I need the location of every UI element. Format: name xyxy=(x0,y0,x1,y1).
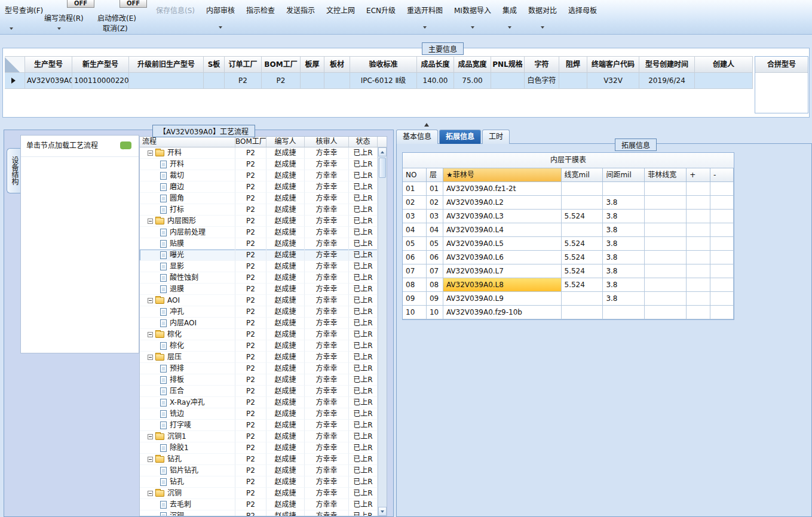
writer-cell[interactable]: 赵成捷 xyxy=(266,272,305,284)
line-width-cell[interactable]: 5.524 xyxy=(562,278,603,292)
status-cell[interactable]: 已上R xyxy=(349,454,378,465)
bom-factory-cell[interactable]: P2 xyxy=(235,204,266,216)
write-flow-button[interactable]: 编写流程(R) xyxy=(44,13,84,23)
reviewer-cell[interactable]: 方幸幸 xyxy=(305,306,349,318)
gap-cell[interactable]: 3.8 xyxy=(603,264,645,278)
flow-step-cell[interactable]: 钻孔 xyxy=(140,476,235,488)
plus-cell[interactable] xyxy=(687,251,710,264)
writer-cell[interactable]: 赵成捷 xyxy=(266,250,305,261)
line-width-cell[interactable] xyxy=(562,223,603,237)
plus-cell[interactable] xyxy=(687,278,710,292)
status-cell[interactable]: 已上R xyxy=(349,476,378,488)
flow-step-cell[interactable]: 裁切 xyxy=(140,170,235,181)
flow-tree-row[interactable]: 棕化 P2 赵成捷 方幸幸 已上R xyxy=(140,340,387,352)
minus-cell[interactable] xyxy=(710,264,734,278)
minus-cell[interactable] xyxy=(710,251,734,264)
dropdown-caret-icon[interactable] xyxy=(219,26,222,29)
reviewer-cell[interactable]: 方幸幸 xyxy=(305,352,349,363)
film-number-cell[interactable]: AV32V039A0.L9 xyxy=(443,292,562,306)
bom-factory-cell[interactable]: P2 xyxy=(235,352,266,363)
film-line-width-cell[interactable] xyxy=(645,223,687,237)
flow-step-cell[interactable]: 钻孔 xyxy=(140,454,235,465)
gap-cell[interactable]: 3.8 xyxy=(603,292,645,306)
reviewer-cell[interactable]: 方幸幸 xyxy=(305,397,349,408)
main-info-cell[interactable] xyxy=(204,73,225,89)
no-cell[interactable]: 04 xyxy=(403,223,427,237)
film-table-row[interactable]: 09 09 AV32V039A0.L9 3.8 xyxy=(403,292,734,306)
no-cell[interactable]: 06 xyxy=(403,251,427,264)
film-column-header[interactable]: - xyxy=(710,168,734,182)
flow-step-cell[interactable]: 铝片钻孔 xyxy=(140,465,235,476)
status-cell[interactable]: 已上R xyxy=(349,250,378,261)
status-cell[interactable]: 已上R xyxy=(349,295,378,306)
row-selector[interactable] xyxy=(5,73,25,89)
bom-factory-cell[interactable]: P2 xyxy=(235,397,266,408)
film-line-width-cell[interactable] xyxy=(645,210,687,223)
main-info-cell[interactable] xyxy=(129,73,204,89)
status-cell[interactable]: 已上R xyxy=(349,159,378,170)
writer-cell[interactable]: 赵成捷 xyxy=(266,329,305,340)
main-info-cell[interactable]: AV32V039A0 xyxy=(25,73,72,89)
minus-cell[interactable] xyxy=(710,237,734,251)
column-header[interactable]: 升级前旧生产型号 xyxy=(129,56,204,73)
flow-tree-row[interactable]: 冲孔 P2 赵成捷 方幸幸 已上R xyxy=(140,306,387,318)
line-width-cell[interactable]: 5.524 xyxy=(562,251,603,264)
flow-step-cell[interactable]: 曝光 xyxy=(140,250,235,261)
collapse-icon[interactable] xyxy=(148,219,153,224)
status-cell[interactable]: 已上R xyxy=(349,420,378,431)
scroll-up-icon[interactable] xyxy=(378,147,387,156)
film-number-cell[interactable]: AV32V039A0.fz1-2t xyxy=(443,182,562,196)
writer-cell[interactable]: 赵成捷 xyxy=(266,284,305,295)
flow-step-cell[interactable]: 内层AOI xyxy=(140,318,235,329)
film-table-row[interactable]: 02 02 AV32V039A0.L2 3.8 xyxy=(403,196,734,210)
bom-factory-cell[interactable]: P2 xyxy=(235,499,266,510)
main-info-cell[interactable] xyxy=(491,73,525,89)
flow-tree-row[interactable]: 除胶1 P2 赵成捷 方幸幸 已上R xyxy=(140,442,387,454)
reviewer-cell[interactable]: 方幸幸 xyxy=(305,465,349,476)
reviewer-cell[interactable]: 方幸幸 xyxy=(305,499,349,510)
flow-tree-row[interactable]: 沉铜 P2 赵成捷 方幸幸 已上R xyxy=(140,510,387,516)
film-number-cell[interactable]: AV32V039A0.fz9-10b xyxy=(443,306,562,319)
line-width-cell[interactable] xyxy=(562,292,603,306)
bom-factory-cell[interactable]: P2 xyxy=(235,250,266,261)
main-info-data-row[interactable]: AV32V039A0 10011000022089 P2 P2 IPC-6012… xyxy=(5,73,753,89)
flow-step-cell[interactable]: 压合 xyxy=(140,386,235,397)
flow-tree-row[interactable]: 磨边 P2 赵成捷 方幸幸 已上R xyxy=(140,181,387,193)
flow-step-cell[interactable]: 打标 xyxy=(140,204,235,216)
no-cell[interactable]: 07 xyxy=(403,264,427,278)
dropdown-caret-icon[interactable] xyxy=(423,26,427,29)
flow-column-header[interactable]: BOM工厂 xyxy=(235,137,266,147)
bom-factory-cell[interactable]: P2 xyxy=(235,295,266,306)
plus-cell[interactable] xyxy=(687,210,710,223)
film-number-cell[interactable]: AV32V039A0.L3 xyxy=(443,210,562,223)
status-cell[interactable]: 已上R xyxy=(349,329,378,340)
line-width-cell[interactable] xyxy=(562,306,603,319)
flow-tree-row[interactable]: 裁切 P2 赵成捷 方幸幸 已上R xyxy=(140,170,387,181)
bom-factory-cell[interactable]: P2 xyxy=(235,147,266,159)
reviewer-cell[interactable]: 方幸幸 xyxy=(305,181,349,193)
reviewer-cell[interactable]: 方幸幸 xyxy=(305,272,349,284)
bom-factory-cell[interactable]: P2 xyxy=(235,227,266,238)
line-width-cell[interactable] xyxy=(562,182,603,196)
flow-step-cell[interactable]: 排板 xyxy=(140,374,235,386)
flow-tree-row[interactable]: 开料 P2 赵成捷 方幸幸 已上R xyxy=(140,147,387,159)
collapse-icon[interactable] xyxy=(148,150,153,156)
line-width-cell[interactable] xyxy=(562,196,603,210)
collapse-icon[interactable] xyxy=(148,298,153,303)
writer-cell[interactable]: 赵成捷 xyxy=(266,216,305,227)
flow-step-cell[interactable]: 退膜 xyxy=(140,284,235,295)
status-cell[interactable]: 已上R xyxy=(349,318,378,329)
flow-tree-row[interactable]: X-Ray冲孔 P2 赵成捷 方幸幸 已上R xyxy=(140,397,387,408)
flow-step-cell[interactable]: 冲孔 xyxy=(140,306,235,318)
writer-cell[interactable]: 赵成捷 xyxy=(266,386,305,397)
film-line-width-cell[interactable] xyxy=(645,306,687,319)
flow-step-cell[interactable]: 沉铜1 xyxy=(140,431,235,442)
flow-tree-row[interactable]: 棕化 P2 赵成捷 方幸幸 已上R xyxy=(140,329,387,340)
writer-cell[interactable]: 赵成捷 xyxy=(266,374,305,386)
status-cell[interactable]: 已上R xyxy=(349,465,378,476)
bom-factory-cell[interactable]: P2 xyxy=(235,488,266,499)
cancel-button[interactable]: 取消(Z) xyxy=(103,23,128,33)
bom-factory-cell[interactable]: P2 xyxy=(235,420,266,431)
reviewer-cell[interactable]: 方幸幸 xyxy=(305,261,349,272)
main-info-cell[interactable]: 白色字符 xyxy=(525,73,559,89)
